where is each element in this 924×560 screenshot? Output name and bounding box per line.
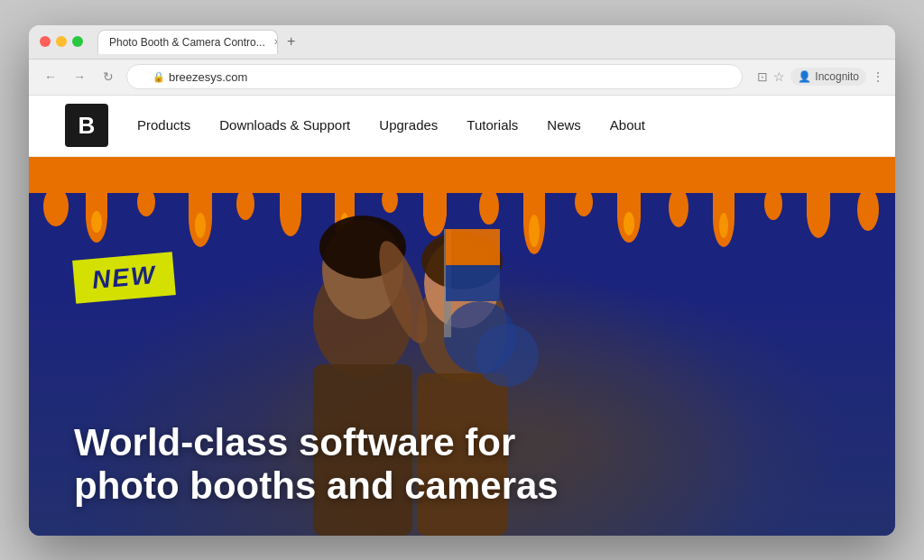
site-logo[interactable]: B (65, 104, 108, 147)
close-button[interactable] (40, 36, 51, 47)
traffic-lights (40, 36, 83, 47)
nav-products[interactable]: Products (137, 117, 190, 133)
nav-news[interactable]: News (547, 117, 581, 133)
lock-icon: 🔒 (152, 71, 165, 83)
tab-title: Photo Booth & Camera Contro... (109, 36, 265, 49)
svg-rect-47 (446, 265, 500, 301)
new-tab-button[interactable]: + (280, 30, 302, 53)
nav-tutorials[interactable]: Tutorials (467, 117, 518, 133)
tab-bar: Photo Booth & Camera Contro... ✕ + (97, 30, 884, 54)
browser-tab[interactable]: Photo Booth & Camera Contro... ✕ (97, 30, 278, 54)
back-button[interactable]: ← (40, 66, 61, 87)
bookmark-icon[interactable]: ☆ (773, 69, 785, 84)
incognito-label: Incognito (815, 70, 859, 83)
nav-about[interactable]: About (610, 117, 645, 133)
hero-section: NEW World-class software for photo booth… (29, 157, 895, 536)
cast-icon[interactable]: ⊡ (757, 69, 768, 84)
forward-icon: → (73, 69, 86, 84)
address-actions: ⊡ ☆ 👤 Incognito ⋮ (757, 68, 884, 86)
nav-upgrades[interactable]: Upgrades (379, 117, 438, 133)
incognito-badge: 👤 Incognito (790, 68, 866, 86)
url-text: breezesys.com (169, 70, 247, 84)
new-badge: NEW (72, 252, 176, 304)
nav-links: Products Downloads & Support Upgrades Tu… (137, 117, 645, 133)
hero-text-block: World-class software for photo booths an… (74, 421, 559, 509)
svg-point-44 (476, 324, 539, 387)
back-icon: ← (44, 69, 57, 84)
menu-icon[interactable]: ⋮ (872, 69, 884, 84)
refresh-icon: ↻ (103, 69, 114, 84)
hero-headline: World-class software for photo booths an… (74, 421, 559, 509)
browser-window: Photo Booth & Camera Contro... ✕ + ← → ↻… (29, 25, 895, 536)
site-navigation: B Products Downloads & Support Upgrades … (29, 96, 895, 157)
svg-rect-46 (446, 229, 500, 265)
nav-downloads-support[interactable]: Downloads & Support (219, 117, 350, 133)
refresh-button[interactable]: ↻ (97, 66, 119, 87)
address-bar: ← → ↻ 🔒 breezesys.com ⊡ ☆ 👤 Incognito ⋮ (29, 60, 895, 96)
incognito-icon: 👤 (798, 70, 811, 83)
tab-close-button[interactable]: ✕ (271, 36, 278, 49)
url-bar[interactable]: 🔒 breezesys.com (126, 64, 743, 89)
logo-letter: B (79, 112, 96, 140)
minimize-button[interactable] (56, 36, 67, 47)
website-content: B Products Downloads & Support Upgrades … (29, 96, 895, 536)
hero-headline-line2: photo booths and cameras (74, 464, 559, 507)
title-bar: Photo Booth & Camera Contro... ✕ + (29, 25, 895, 60)
maximize-button[interactable] (72, 36, 83, 47)
forward-button[interactable]: → (69, 66, 90, 87)
hero-headline-line1: World-class software for (74, 421, 515, 464)
